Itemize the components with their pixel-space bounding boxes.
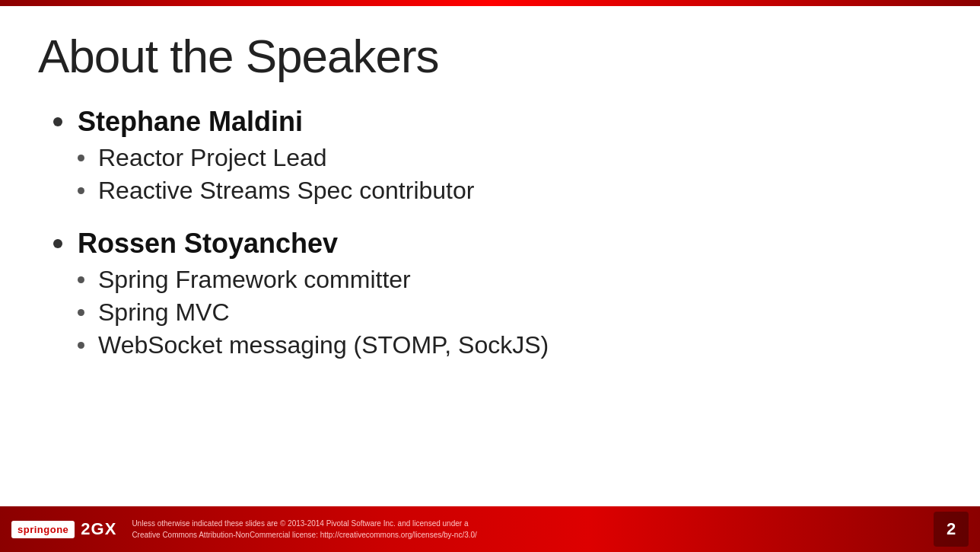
- speaker-details-1: Reactor Project Lead Reactive Streams Sp…: [78, 144, 942, 205]
- detail-item-2-1: Spring Framework committer: [78, 266, 942, 294]
- copyright-line-1: Unless otherwise indicated these slides …: [132, 519, 468, 528]
- detail-text-1-1: Reactor Project Lead: [98, 144, 327, 172]
- logo-2gx: 2GX: [81, 519, 116, 539]
- speaker-item-2: Rossen Stoyanchev Spring Framework commi…: [53, 228, 942, 359]
- detail-text-1-2: Reactive Streams Spec contributor: [98, 177, 474, 205]
- bullet-sub-2-1: [78, 276, 84, 283]
- detail-item-1-1: Reactor Project Lead: [78, 144, 942, 172]
- bullet-sub-2-3: [78, 342, 84, 349]
- footer-logo: springone 2GX: [11, 519, 116, 539]
- detail-text-2-1: Spring Framework committer: [98, 266, 411, 294]
- bullet-main-2: [53, 239, 62, 248]
- speaker-item-1: Stephane Maldini Reactor Project Lead Re…: [53, 106, 942, 205]
- logo-springone: springone: [11, 521, 75, 538]
- speaker-name-row-1: Stephane Maldini: [53, 106, 942, 138]
- detail-item-2-3: WebSocket messaging (STOMP, SockJS): [78, 331, 942, 359]
- speakers-list: Stephane Maldini Reactor Project Lead Re…: [53, 106, 942, 359]
- bullet-sub-2-2: [78, 309, 84, 316]
- speaker-name-row-2: Rossen Stoyanchev: [53, 228, 942, 260]
- bullet-sub-1-2: [78, 187, 84, 194]
- speaker-details-2: Spring Framework committer Spring MVC We…: [78, 266, 942, 359]
- speaker-name-2: Rossen Stoyanchev: [78, 228, 338, 260]
- detail-item-2-2: Spring MVC: [78, 298, 942, 327]
- detail-text-2-3: WebSocket messaging (STOMP, SockJS): [98, 331, 549, 359]
- bullet-sub-1-1: [78, 155, 84, 161]
- page-number: 2: [934, 512, 969, 547]
- footer: springone 2GX Unless otherwise indicated…: [0, 506, 980, 552]
- bullet-main-1: [53, 117, 62, 126]
- copyright-line-2: Creative Commons Attribution-NonCommerci…: [132, 531, 477, 539]
- footer-copyright: Unless otherwise indicated these slides …: [132, 518, 934, 541]
- main-content: About the Speakers Stephane Maldini Reac…: [0, 6, 980, 506]
- speaker-name-1: Stephane Maldini: [78, 106, 303, 138]
- detail-item-1-2: Reactive Streams Spec contributor: [78, 177, 942, 205]
- slide-title: About the Speakers: [38, 29, 942, 83]
- top-bar: [0, 0, 980, 6]
- detail-text-2-2: Spring MVC: [98, 298, 230, 327]
